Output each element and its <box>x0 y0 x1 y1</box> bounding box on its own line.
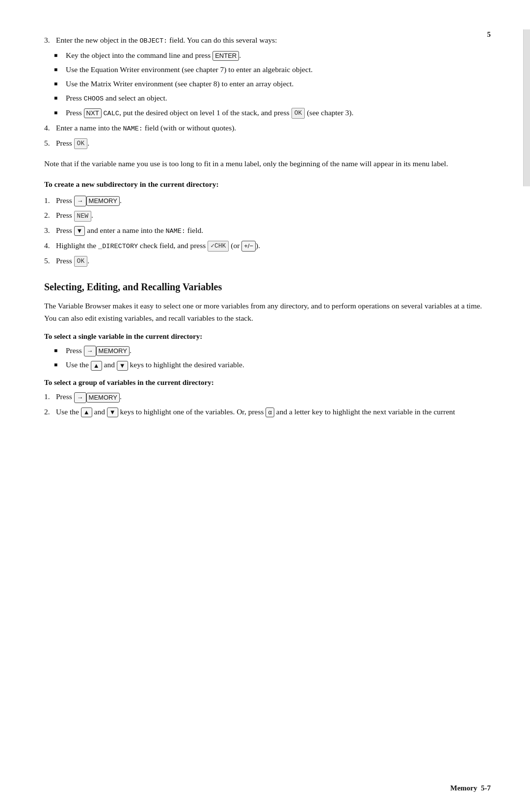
footer-right: 5-7 <box>481 784 491 792</box>
bullet-icon-2: ■ <box>54 65 63 75</box>
step-5-num: 5. <box>44 137 56 150</box>
memory-key-3: MEMORY <box>86 393 120 403</box>
bullet-2: ■ Use the Equation Writer environment (s… <box>54 64 491 76</box>
main-paragraph: The Variable Browser makes it easy to se… <box>44 300 491 325</box>
grp-step-1: 1. Press →MEMORY. <box>44 391 491 403</box>
calc-key: CALC <box>103 110 119 117</box>
sub-step-5-content: Press OK. <box>56 255 491 267</box>
select-single-heading: To select a single variable in the curre… <box>44 332 491 341</box>
step-3-num: 3. <box>44 34 56 47</box>
step-5-content: Press OK. <box>56 137 491 150</box>
ok-key-2: OK <box>74 138 88 149</box>
sub-step-3-content: Press ▼ and enter a name into the NAME: … <box>56 225 491 237</box>
right-arrow-key-3: → <box>74 392 86 403</box>
select-single-b2: ■ Use the ▲ and ▼ keys to highlight the … <box>54 359 491 371</box>
footer-bar: Memory 5-7 <box>0 784 530 792</box>
step-4: 4. Enter a name into the NAME: field (wi… <box>44 122 491 134</box>
step-4-content: Enter a name into the NAME: field (with … <box>56 122 491 134</box>
down-arrow-key-2: ▼ <box>117 361 128 371</box>
ok-key-1: OK <box>292 108 305 119</box>
sub-step-4-content: Highlight the _DIRECTORY check field, an… <box>56 240 491 252</box>
chapter-sidebar-marker <box>523 29 530 186</box>
page-number-top: 5 <box>487 30 491 39</box>
bullet-1-text: Key the object into the command line and… <box>66 50 491 61</box>
alpha-key: α <box>265 407 274 417</box>
object-field-label: OBJECT: <box>139 37 167 45</box>
grp-step-2-num: 2. <box>44 406 56 418</box>
sub-step-1: 1. Press →MEMORY. <box>44 195 491 207</box>
nxt-key: NXT <box>84 108 102 118</box>
down-arrow-key-1: ▼ <box>74 226 85 236</box>
new-key: NEW <box>74 211 91 222</box>
grp-step-2: 2. Use the ▲ and ▼ keys to highlight one… <box>44 406 491 418</box>
step-4-num: 4. <box>44 122 56 134</box>
grp-step-1-num: 1. <box>44 391 56 403</box>
ok-key-3: OK <box>74 256 88 267</box>
plus-minus-key: +/− <box>241 241 256 252</box>
bullet-icon-5: ■ <box>54 108 63 118</box>
bullet-3-text: Use the Matrix Writer environment (see c… <box>66 78 491 90</box>
bullet-1: ■ Key the object into the command line a… <box>54 50 491 61</box>
step-3-content: Enter the new object in the OBJECT: fiel… <box>56 34 491 47</box>
sub-step-2-content: Press NEW. <box>56 209 491 222</box>
bullet-icon-s1: ■ <box>54 346 63 355</box>
directory-field: _DIRECTORY <box>98 243 138 250</box>
bullet-icon-4: ■ <box>54 94 63 103</box>
sub-step-5: 5. Press OK. <box>44 255 491 267</box>
up-arrow-key-1: ▲ <box>91 361 102 371</box>
select-single-b1: ■ Press →MEMORY. <box>54 345 491 357</box>
chk-key: ✓CHK <box>208 241 229 252</box>
bullet-4-text: Press CHOOS and select an object. <box>66 92 491 104</box>
sub-step-1-content: Press →MEMORY. <box>56 195 491 207</box>
bullet-icon-s2: ■ <box>54 360 63 370</box>
sub-step-3: 3. Press ▼ and enter a name into the NAM… <box>44 225 491 237</box>
down-arrow-key-3: ▼ <box>107 407 118 417</box>
right-arrow-key-2: → <box>84 346 96 356</box>
note-paragraph: Note that if the variable name you use i… <box>44 158 491 170</box>
name-field-2: NAME: <box>165 228 186 235</box>
memory-key-2: MEMORY <box>96 346 130 356</box>
bullet-4: ■ Press CHOOS and select an object. <box>54 92 491 104</box>
sub-step-2: 2. Press NEW. <box>44 209 491 222</box>
bullet-icon-3: ■ <box>54 79 63 89</box>
step-3: 3. Enter the new object in the OBJECT: f… <box>44 34 491 47</box>
main-content: 3. Enter the new object in the OBJECT: f… <box>44 34 491 418</box>
choos-key: CHOOS <box>84 95 104 102</box>
select-group-heading: To select a group of variables in the cu… <box>44 379 491 387</box>
up-arrow-key-2: ▲ <box>81 407 92 417</box>
sub-step-4: 4. Highlight the _DIRECTORY check field,… <box>44 240 491 252</box>
page-container: 5 3. Enter the new object in the OBJECT:… <box>0 0 530 812</box>
select-single-b2-text: Use the ▲ and ▼ keys to highlight the de… <box>66 359 491 371</box>
main-section-heading: Selecting, Editing, and Recalling Variab… <box>44 280 491 293</box>
sub-step-3-num: 3. <box>44 225 56 237</box>
bullet-5-text: Press NXT CALC, put the desired object o… <box>66 107 491 119</box>
bullet-2-text: Use the Equation Writer environment (see… <box>66 64 491 76</box>
bullet-3: ■ Use the Matrix Writer environment (see… <box>54 78 491 90</box>
right-arrow-key-1: → <box>74 196 86 206</box>
subdirectory-heading: To create a new subdirectory in the curr… <box>44 179 491 190</box>
bullet-icon-1: ■ <box>54 51 63 60</box>
footer-text: Memory 5-7 <box>450 784 491 792</box>
sub-step-5-num: 5. <box>44 255 56 267</box>
step-3-bullets: ■ Key the object into the command line a… <box>54 50 491 119</box>
bullet-5: ■ Press NXT CALC, put the desired object… <box>54 107 491 119</box>
name-field-label: NAME: <box>123 125 143 132</box>
select-single-bullets: ■ Press →MEMORY. ■ Use the ▲ and ▼ keys … <box>54 345 491 371</box>
grp-step-2-content: Use the ▲ and ▼ keys to highlight one of… <box>56 406 491 418</box>
sub-step-4-num: 4. <box>44 240 56 252</box>
memory-key-1: MEMORY <box>86 196 120 206</box>
grp-step-1-content: Press →MEMORY. <box>56 391 491 403</box>
enter-key: ENTER <box>212 51 239 61</box>
step-5: 5. Press OK. <box>44 137 491 150</box>
footer-left: Memory <box>450 784 477 792</box>
sub-step-2-num: 2. <box>44 209 56 222</box>
sub-step-1-num: 1. <box>44 195 56 207</box>
select-single-b1-text: Press →MEMORY. <box>66 345 491 357</box>
